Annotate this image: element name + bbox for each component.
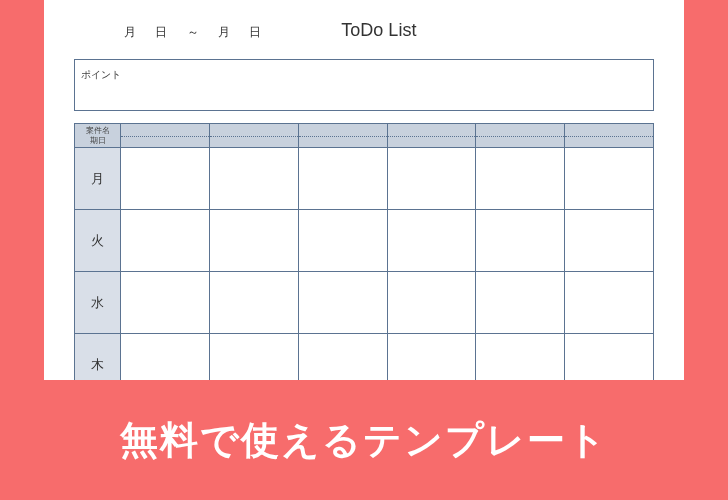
data-cell xyxy=(121,272,210,334)
todo-grid: 案件名 期日 月 火 xyxy=(74,123,654,380)
data-cell xyxy=(476,272,565,334)
page-title: ToDo List xyxy=(341,20,416,41)
data-cell xyxy=(387,210,476,272)
data-cell xyxy=(298,148,387,210)
table-row: 水 xyxy=(75,272,654,334)
day-label-wed: 水 xyxy=(75,272,121,334)
data-cell xyxy=(121,210,210,272)
data-cell xyxy=(476,210,565,272)
document-preview: 月 日 ～ 月 日 ToDo List ポイント 案件名 期日 月 xyxy=(44,0,684,380)
col-header xyxy=(298,124,387,148)
data-cell xyxy=(565,210,654,272)
day-label-thu: 木 xyxy=(75,334,121,381)
data-cell xyxy=(298,210,387,272)
data-cell xyxy=(476,334,565,381)
data-cell xyxy=(210,210,299,272)
data-cell xyxy=(565,334,654,381)
data-cell xyxy=(565,148,654,210)
table-row: 火 xyxy=(75,210,654,272)
col-header xyxy=(210,124,299,148)
table-row: 月 xyxy=(75,148,654,210)
data-cell xyxy=(387,334,476,381)
data-cell xyxy=(210,272,299,334)
data-cell xyxy=(387,272,476,334)
col-header xyxy=(121,124,210,148)
col-header xyxy=(565,124,654,148)
data-cell xyxy=(121,148,210,210)
table-row: 木 xyxy=(75,334,654,381)
data-cell xyxy=(210,148,299,210)
col-header xyxy=(387,124,476,148)
grid-header-row: 案件名 期日 xyxy=(75,124,654,148)
point-box: ポイント xyxy=(74,59,654,111)
col-header xyxy=(476,124,565,148)
banner-text: 無料で使えるテンプレート xyxy=(120,415,608,466)
day-label-mon: 月 xyxy=(75,148,121,210)
promo-banner: 無料で使えるテンプレート xyxy=(0,380,728,500)
data-cell xyxy=(210,334,299,381)
data-cell xyxy=(387,148,476,210)
data-cell xyxy=(121,334,210,381)
data-cell xyxy=(298,272,387,334)
header-row: 月 日 ～ 月 日 ToDo List xyxy=(74,20,654,41)
day-label-tue: 火 xyxy=(75,210,121,272)
row-header-label: 案件名 期日 xyxy=(75,124,121,148)
data-cell xyxy=(476,148,565,210)
point-label: ポイント xyxy=(81,69,121,80)
data-cell xyxy=(565,272,654,334)
date-range: 月 日 ～ 月 日 xyxy=(124,24,269,41)
data-cell xyxy=(298,334,387,381)
